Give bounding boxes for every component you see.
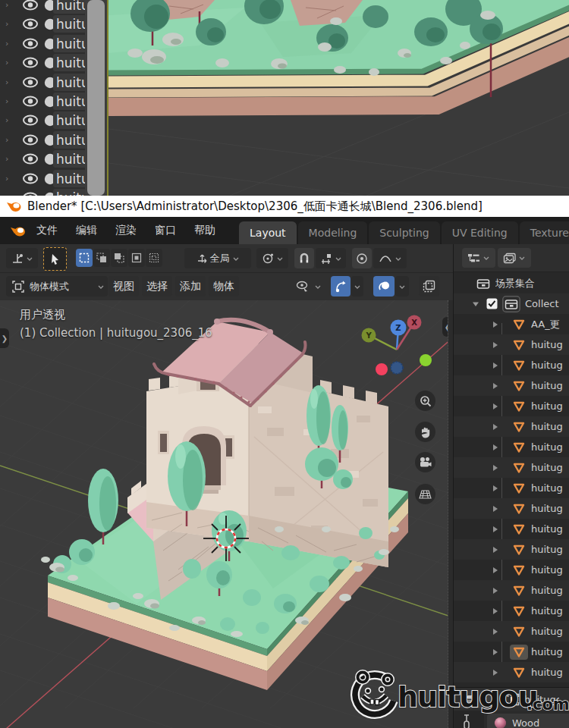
eye-icon[interactable] xyxy=(22,0,39,11)
outliner-item-row-selected[interactable]: huitug xyxy=(454,642,569,662)
menu-file[interactable]: 文件 xyxy=(27,217,67,244)
menu-select[interactable]: 选择 xyxy=(142,276,172,297)
navigation-gizmo[interactable]: Y Z X xyxy=(357,311,440,381)
menu-help[interactable]: 帮助 xyxy=(185,217,225,244)
show-object-types-chevron[interactable] xyxy=(312,276,324,297)
expand-arrow-icon[interactable] xyxy=(492,403,498,410)
select-mode-invert-button[interactable] xyxy=(128,249,145,267)
viewport-3d[interactable]: 用户透视 (1) Collection | huitugou_2306_16 Y… xyxy=(0,300,453,728)
eye-icon[interactable] xyxy=(22,57,39,68)
scrollbar[interactable] xyxy=(85,0,107,196)
outliner-item-row[interactable]: huitug xyxy=(454,498,569,519)
tab-texture-paint[interactable]: Texture Paint xyxy=(520,221,569,244)
show-gizmo-toggle[interactable] xyxy=(331,276,351,297)
outliner-item-row[interactable]: huitug xyxy=(454,621,569,642)
axis-x-ball[interactable]: X xyxy=(407,315,422,330)
expand-icon[interactable]: › xyxy=(5,115,13,125)
object-name[interactable]: huitu xyxy=(53,74,86,91)
outliner-item-row[interactable]: huitug xyxy=(454,416,569,437)
eye-icon[interactable] xyxy=(22,18,39,30)
object-name[interactable]: huitu xyxy=(53,111,86,129)
expand-icon[interactable]: › xyxy=(5,154,13,164)
outliner-item-row[interactable]: AA_更 xyxy=(454,314,569,334)
show-overlays-toggle[interactable] xyxy=(373,276,395,297)
checkbox-checked-icon[interactable] xyxy=(486,298,498,309)
gizmo-chevron[interactable] xyxy=(351,276,363,297)
scene-collection-row[interactable]: 场景集合 xyxy=(454,273,569,293)
expand-arrow-icon[interactable] xyxy=(492,321,498,328)
axis-z-ball[interactable]: Z xyxy=(391,320,407,336)
expand-arrow-icon[interactable] xyxy=(492,341,498,349)
properties-editor-type-button[interactable] xyxy=(460,690,493,708)
perspective-toggle-button[interactable] xyxy=(415,484,435,504)
expand-icon[interactable]: › xyxy=(5,39,13,49)
show-object-types-button[interactable] xyxy=(292,276,312,297)
axis-x-neg-ball[interactable] xyxy=(376,363,388,375)
expand-arrow-icon[interactable] xyxy=(492,669,498,676)
overlays-chevron[interactable] xyxy=(395,276,409,297)
outliner-item-row[interactable]: huitug xyxy=(454,355,569,375)
expand-arrow-icon[interactable] xyxy=(492,566,498,574)
object-name[interactable]: huitu xyxy=(53,0,86,14)
window-title-bar[interactable]: Blender* [C:\Users\Administrator\Desktop… xyxy=(0,196,569,217)
expand-arrow-icon[interactable] xyxy=(492,464,498,472)
object-name[interactable]: huitu xyxy=(53,189,86,196)
expand-arrow-icon[interactable] xyxy=(492,587,498,595)
expand-icon[interactable]: › xyxy=(5,174,13,184)
zoom-button[interactable] xyxy=(415,391,435,411)
tab-modeling[interactable]: Modeling xyxy=(298,221,368,244)
expand-icon[interactable]: › xyxy=(5,58,13,67)
outliner-item-row[interactable]: huitug xyxy=(454,662,569,682)
expand-icon[interactable]: › xyxy=(5,0,13,10)
expand-arrow-icon[interactable] xyxy=(492,485,498,492)
axis-y-neg-ball[interactable] xyxy=(420,354,432,366)
toolbar-expand-tab[interactable]: ❯ xyxy=(0,328,9,348)
eye-icon[interactable] xyxy=(22,77,39,88)
eye-icon[interactable] xyxy=(22,134,39,146)
menu-add[interactable]: 添加 xyxy=(175,276,206,297)
axis-z-neg-ball[interactable] xyxy=(391,362,403,374)
expand-icon[interactable]: › xyxy=(5,77,13,87)
expand-arrow-icon[interactable] xyxy=(492,648,498,656)
outliner-item-row[interactable]: huitug xyxy=(454,560,569,580)
xray-toggle[interactable] xyxy=(419,276,439,297)
top-window-viewport[interactable] xyxy=(107,0,569,196)
mode-dropdown[interactable]: 物体模式 xyxy=(6,276,108,297)
outliner-filter-button[interactable] xyxy=(498,248,531,268)
outliner-item-row[interactable]: huitug xyxy=(454,539,569,560)
outliner-item-row[interactable]: huitug xyxy=(454,519,569,539)
object-name[interactable]: huitu xyxy=(53,15,86,33)
tab-sculpting[interactable]: Sculpting xyxy=(369,221,439,244)
eye-icon[interactable] xyxy=(22,96,39,107)
proportional-edit-toggle[interactable] xyxy=(352,248,372,268)
expand-arrow-icon[interactable] xyxy=(492,423,498,431)
outliner-item-row[interactable]: huitug xyxy=(454,478,569,498)
blender-logo-icon[interactable] xyxy=(9,224,26,237)
object-name[interactable]: huitu xyxy=(53,93,86,110)
expand-arrow-icon[interactable] xyxy=(492,444,498,451)
tab-uv-editing[interactable]: UV Editing xyxy=(442,221,518,244)
expand-icon[interactable]: › xyxy=(5,19,13,29)
tab-layout[interactable]: Layout xyxy=(239,221,297,244)
collection-row[interactable]: Collect xyxy=(454,293,569,314)
select-mode-extend-button[interactable] xyxy=(93,249,110,267)
expand-arrow-icon[interactable] xyxy=(492,505,498,513)
object-name[interactable]: huitu xyxy=(53,131,86,149)
eye-icon[interactable] xyxy=(22,173,39,184)
eye-icon[interactable] xyxy=(22,38,39,49)
pivot-point-dropdown[interactable] xyxy=(256,248,288,268)
expand-arrow-icon[interactable] xyxy=(492,546,498,554)
select-mode-set-button[interactable] xyxy=(76,249,93,267)
select-mode-intersect-button[interactable] xyxy=(146,249,162,267)
object-name[interactable]: huitu xyxy=(53,35,86,52)
eye-icon[interactable] xyxy=(22,153,39,165)
outliner-item-row[interactable]: huitug xyxy=(454,457,569,478)
transform-orientation-dropdown[interactable]: 全局 xyxy=(184,248,251,268)
menu-render[interactable]: 渲染 xyxy=(106,217,146,244)
snap-target-dropdown[interactable] xyxy=(316,248,346,268)
expand-arrow-icon[interactable] xyxy=(492,382,498,390)
object-name[interactable]: huitu xyxy=(53,150,86,168)
outliner-item-row[interactable]: huitug xyxy=(454,375,569,396)
expand-arrow-icon[interactable] xyxy=(492,607,498,615)
outliner-item-row[interactable]: huitug xyxy=(454,437,569,457)
